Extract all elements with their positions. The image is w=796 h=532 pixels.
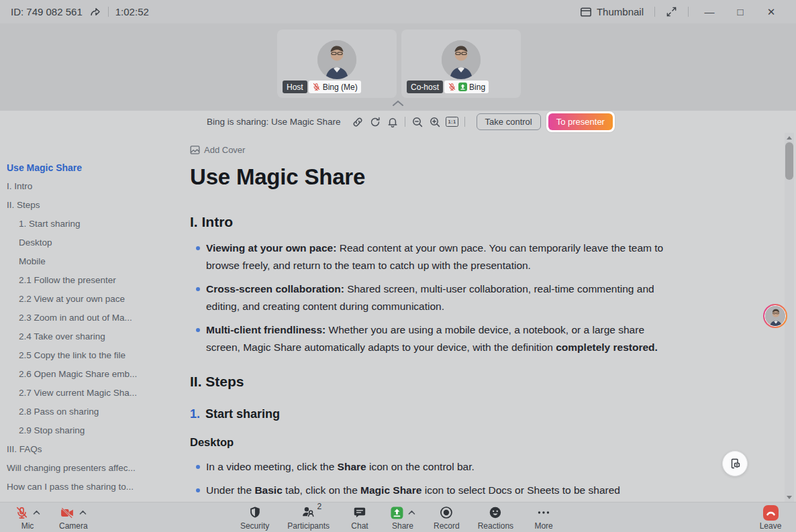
add-cover-button[interactable]: Add Cover bbox=[190, 145, 675, 155]
participants-button[interactable]: 2 Participants bbox=[287, 504, 330, 531]
outline-item[interactable]: 2.7 View current Magic Sha... bbox=[7, 384, 183, 403]
video-tile-cohost[interactable]: Co-host Bing bbox=[401, 30, 521, 98]
leave-button[interactable]: Leave bbox=[758, 504, 783, 531]
collapse-videos-chevron-icon[interactable] bbox=[391, 98, 405, 110]
divider bbox=[405, 117, 405, 127]
outline-item[interactable]: 2.1 Follow the presenter bbox=[7, 271, 183, 290]
screen-share-icon bbox=[390, 506, 404, 520]
bullet-item[interactable]: In a video meeting, click the Share icon… bbox=[190, 458, 675, 476]
outline-item[interactable]: 2.2 View at your own pace bbox=[7, 290, 183, 309]
heading-intro[interactable]: I. Intro bbox=[190, 214, 675, 230]
share-toolbar: Bing is sharing: Use Magic Share bbox=[0, 111, 796, 133]
divider bbox=[108, 7, 109, 17]
mic-control[interactable]: Mic bbox=[15, 504, 40, 531]
document-outline: Use Magic Share I. Intro II. Steps 1. St… bbox=[0, 133, 183, 502]
chat-button[interactable]: Chat bbox=[348, 504, 372, 531]
outline-item[interactable]: How can I pass the sharing to... bbox=[7, 478, 183, 496]
divider bbox=[688, 7, 689, 17]
sharing-icon bbox=[458, 83, 467, 91]
shared-document: Add Cover Use Magic Share I. Intro Viewi… bbox=[190, 133, 675, 502]
notification-bell-icon[interactable] bbox=[384, 113, 401, 131]
meeting-window: ID: 749 082 561 1:02:52 Thumbnail bbox=[0, 0, 796, 532]
heading-desktop[interactable]: Desktop bbox=[190, 436, 675, 449]
copy-link-icon[interactable] bbox=[349, 113, 366, 131]
take-control-button[interactable]: Take control bbox=[477, 113, 541, 130]
actual-size-icon[interactable]: 1:1 bbox=[444, 113, 461, 131]
divider bbox=[654, 7, 655, 17]
comment-panel-button[interactable] bbox=[722, 451, 748, 476]
outline-item[interactable]: 2.4 Take over sharing bbox=[7, 327, 183, 346]
outline-item-title[interactable]: Use Magic Share bbox=[7, 158, 183, 177]
fullscreen-icon[interactable] bbox=[666, 6, 677, 17]
to-presenter-button[interactable]: To presenter bbox=[548, 113, 613, 130]
bullet-item[interactable]: Multi-client friendliness: Whether you a… bbox=[190, 321, 675, 356]
participants-count-badge: 2 bbox=[317, 502, 321, 511]
outline-item[interactable]: Desktop bbox=[7, 233, 183, 252]
meeting-id: ID: 749 082 561 bbox=[11, 6, 83, 17]
document-title[interactable]: Use Magic Share bbox=[190, 164, 675, 190]
outline-item[interactable]: 2.5 Copy the link to the file bbox=[7, 346, 183, 365]
more-button[interactable]: More bbox=[532, 504, 556, 531]
camera-off-icon bbox=[60, 506, 75, 520]
share-options-chevron-icon[interactable] bbox=[408, 510, 415, 515]
chat-bubble-icon bbox=[353, 506, 366, 519]
share-button[interactable]: Share bbox=[390, 504, 415, 531]
camera-control[interactable]: Camera bbox=[59, 504, 88, 531]
bullet-item[interactable]: Viewing at your own pace: Read content a… bbox=[190, 240, 675, 274]
mic-muted-icon bbox=[448, 83, 456, 91]
maximize-button[interactable]: □ bbox=[730, 6, 750, 17]
meeting-control-bar: Mic Camera bbox=[0, 502, 796, 532]
zoom-in-icon[interactable] bbox=[426, 113, 444, 131]
outline-item[interactable]: III. FAQs bbox=[7, 440, 183, 459]
video-tile-host[interactable]: Host Bing (Me) bbox=[277, 30, 397, 98]
scroll-down-arrow-icon[interactable] bbox=[785, 492, 794, 502]
camera-options-chevron-icon[interactable] bbox=[79, 510, 87, 515]
reactions-button[interactable]: Reactions bbox=[478, 504, 513, 531]
outline-item[interactable]: 2.8 Pass on sharing bbox=[7, 403, 183, 421]
title-bar: ID: 749 082 561 1:02:52 Thumbnail bbox=[0, 0, 796, 23]
outline-item[interactable]: 1. Start sharing bbox=[7, 215, 183, 233]
smiley-icon bbox=[489, 506, 502, 519]
participants-icon bbox=[301, 505, 315, 519]
mic-muted-icon bbox=[15, 506, 29, 520]
thumbnail-icon bbox=[580, 6, 592, 18]
desktop-bullet-list: In a video meeting, click the Share icon… bbox=[190, 458, 675, 499]
heading-start-sharing[interactable]: 1.Start sharing bbox=[190, 407, 675, 421]
outline-item[interactable]: 2.3 Zoom in and out of Ma... bbox=[7, 309, 183, 327]
avatar bbox=[442, 40, 481, 79]
close-button[interactable]: ✕ bbox=[761, 6, 781, 18]
mic-options-chevron-icon[interactable] bbox=[33, 510, 40, 515]
image-icon bbox=[190, 145, 200, 155]
outline-item[interactable]: I. Intro bbox=[7, 177, 183, 196]
bullet-item[interactable]: Cross-screen collaboration: Shared scree… bbox=[190, 280, 675, 315]
record-button[interactable]: Record bbox=[434, 504, 460, 531]
bullet-item-clipped[interactable]: Under the Basic tab, click on the Magic … bbox=[190, 482, 675, 499]
share-meeting-id-icon[interactable] bbox=[89, 6, 101, 18]
outline-item[interactable]: Mobile bbox=[7, 252, 183, 271]
security-button[interactable]: Security bbox=[240, 504, 269, 531]
name-badge: Bing bbox=[444, 81, 489, 93]
heading-steps[interactable]: II. Steps bbox=[190, 374, 675, 390]
minimize-button[interactable]: — bbox=[699, 6, 719, 17]
more-dots-icon bbox=[536, 506, 551, 519]
avatar bbox=[317, 40, 356, 79]
zoom-out-icon[interactable] bbox=[409, 113, 426, 131]
outline-item[interactable]: 2.9 Stop sharing bbox=[7, 421, 183, 440]
presenter-avatar-badge[interactable] bbox=[763, 304, 787, 328]
outline-item[interactable]: Will changing presenters affec... bbox=[7, 459, 183, 478]
divider bbox=[464, 117, 465, 127]
mic-muted-icon bbox=[312, 83, 321, 91]
scroll-up-arrow-icon[interactable] bbox=[785, 133, 794, 142]
role-badge: Co-host bbox=[407, 81, 443, 93]
outline-item[interactable]: 2.6 Open Magic Share emb... bbox=[7, 365, 183, 384]
shield-icon bbox=[248, 506, 262, 519]
outline-item[interactable]: II. Steps bbox=[7, 196, 183, 215]
refresh-icon[interactable] bbox=[366, 113, 384, 131]
thumbnail-view-button[interactable]: Thumbnail bbox=[580, 6, 644, 18]
hang-up-icon bbox=[762, 504, 779, 521]
role-badge: Host bbox=[283, 81, 307, 93]
to-presenter-highlight: To presenter bbox=[546, 111, 615, 132]
scrollbar-thumb[interactable] bbox=[785, 142, 793, 180]
name-badge: Bing (Me) bbox=[309, 81, 361, 93]
video-strip: Host Bing (Me) Co-host Bing bbox=[0, 23, 796, 111]
